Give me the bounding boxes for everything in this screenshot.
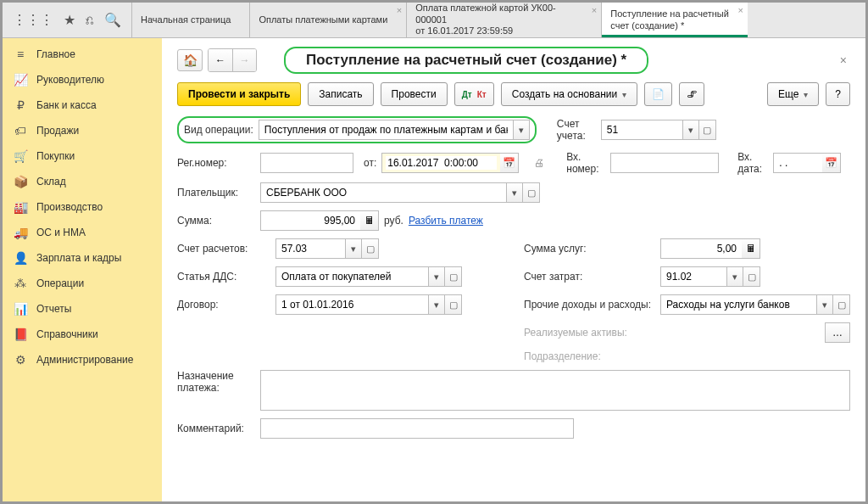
op-type-label: Вид операции: <box>184 124 253 136</box>
contract-dropdown[interactable]: ▾ <box>428 294 445 315</box>
attach-button[interactable]: 🖇 <box>679 82 704 106</box>
sidebar-item-label: Справочники <box>36 328 98 340</box>
favorite-icon[interactable]: ★ <box>64 12 75 28</box>
sidebar-item-manager[interactable]: 📈Руководителю <box>3 67 162 92</box>
division-label: Подразделение: <box>524 350 655 362</box>
close-icon[interactable]: × <box>397 5 402 17</box>
in-no-input[interactable] <box>615 156 715 170</box>
account-label: Счет учета: <box>557 118 596 142</box>
search-icon[interactable]: 🔍 <box>104 12 121 28</box>
home-icon: ≡ <box>13 48 28 61</box>
tag-icon: 🏷 <box>13 124 28 137</box>
sidebar-item-purchases[interactable]: 🛒Покупки <box>3 143 162 169</box>
sidebar-item-admin[interactable]: ⚙Администрирование <box>3 347 162 372</box>
split-payment-link[interactable]: Разбить платеж <box>409 215 483 227</box>
sidebar-item-bank[interactable]: ₽Банк и касса <box>3 92 162 118</box>
in-date-input[interactable] <box>777 156 819 170</box>
other-income-open[interactable]: ▢ <box>833 294 850 315</box>
dds-dropdown[interactable]: ▾ <box>428 266 445 287</box>
tab-home[interactable]: Начальная страница <box>131 3 249 37</box>
close-page-button[interactable]: × <box>837 53 850 67</box>
create-based-on-button[interactable]: Создать на основании▾ <box>501 82 638 106</box>
gear-icon: ⚙ <box>13 353 28 367</box>
account-dropdown[interactable]: ▾ <box>682 120 699 140</box>
back-button[interactable]: ← <box>209 49 232 71</box>
apps-icon[interactable]: ⋮⋮⋮ <box>13 12 53 28</box>
cost-acc-open[interactable]: ▢ <box>743 266 760 287</box>
sidebar-item-label: Продажи <box>36 125 79 137</box>
comment-input[interactable] <box>264 422 570 435</box>
contract-open[interactable]: ▢ <box>445 294 462 315</box>
in-date-label: Вх. дата: <box>737 151 768 175</box>
sidebar-item-reports[interactable]: 📊Отчеты <box>3 296 162 322</box>
dds-open[interactable]: ▢ <box>445 266 462 287</box>
payer-open[interactable]: ▢ <box>523 182 540 203</box>
settle-acc-input[interactable] <box>280 242 342 255</box>
cost-acc-dropdown[interactable]: ▾ <box>726 266 743 287</box>
settle-acc-open[interactable]: ▢ <box>362 238 379 259</box>
contract-input[interactable] <box>280 298 425 311</box>
op-type-input[interactable] <box>263 123 509 137</box>
sidebar-item-main[interactable]: ≡Главное <box>3 42 162 67</box>
close-icon[interactable]: × <box>737 5 743 17</box>
sidebar-item-stock[interactable]: 📦Склад <box>3 169 162 194</box>
topbar: ⋮⋮⋮ ★ ⎌ 🔍 Начальная страница Оплаты плат… <box>3 3 865 38</box>
purpose-textarea[interactable] <box>260 370 850 411</box>
dt-kt-button[interactable]: ДтКт <box>454 82 494 106</box>
reg-no-label: Рег.номер: <box>177 157 255 169</box>
svc-sum-input[interactable] <box>665 242 738 255</box>
sidebar-item-hr[interactable]: 👤Зарплата и кадры <box>3 245 162 271</box>
sidebar-item-label: Банк и касса <box>36 99 97 111</box>
sum-input[interactable] <box>264 214 357 227</box>
tab-sublabel: от 16.01.2017 23:59:59 <box>415 25 582 37</box>
calendar-icon[interactable]: 📅 <box>500 153 519 173</box>
history-icon[interactable]: ⎌ <box>86 13 94 28</box>
more-button[interactable]: Еще▾ <box>767 82 819 106</box>
reg-no-input[interactable] <box>264 156 349 170</box>
forward-button[interactable]: → <box>232 49 256 71</box>
truck-icon: 🚚 <box>13 226 28 239</box>
close-icon[interactable]: × <box>592 5 597 17</box>
in-no-label: Вх. номер: <box>566 151 605 175</box>
sidebar-item-operations[interactable]: ⁂Операции <box>3 271 162 296</box>
dds-input[interactable] <box>280 270 425 283</box>
cost-acc-label: Счет затрат: <box>524 271 655 283</box>
calculator-icon[interactable]: 🖩 <box>360 210 379 231</box>
sidebar-item-label: Операции <box>36 277 84 289</box>
other-income-input[interactable] <box>665 298 813 311</box>
calculator-icon[interactable]: 🖩 <box>742 238 760 259</box>
print-icon[interactable]: 🖨 <box>534 157 544 169</box>
payer-dropdown[interactable]: ▾ <box>506 182 523 203</box>
home-button[interactable]: 🏠 <box>177 49 203 71</box>
assets-select-button[interactable]: … <box>825 322 850 343</box>
post-button[interactable]: Провести <box>381 82 448 106</box>
sidebar-item-sales[interactable]: 🏷Продажи <box>3 118 162 143</box>
tab-card-payments[interactable]: Оплаты платежными картами × <box>249 3 406 37</box>
box-icon: 📦 <box>13 175 28 188</box>
purpose-label: Назначение платежа: <box>177 370 255 394</box>
sidebar-item-assets[interactable]: 🚚ОС и НМА <box>3 220 162 245</box>
sidebar-item-catalogs[interactable]: 📕Справочники <box>3 322 162 347</box>
save-button[interactable]: Записать <box>308 82 373 106</box>
settle-acc-label: Счет расчетов: <box>177 243 270 255</box>
account-open[interactable]: ▢ <box>699 120 716 140</box>
cost-acc-input[interactable] <box>665 270 723 283</box>
help-button[interactable]: ? <box>826 82 850 106</box>
tab-label: Поступление на расчетный <box>610 8 729 20</box>
tab-card-payment-doc[interactable]: Оплата платежной картой УК00-000001 от 1… <box>406 3 601 37</box>
sum-label: Сумма: <box>177 215 255 227</box>
payer-input[interactable] <box>264 186 503 199</box>
settle-acc-dropdown[interactable]: ▾ <box>345 238 362 259</box>
sidebar-item-production[interactable]: 🏭Производство <box>3 194 162 220</box>
contract-label: Договор: <box>177 299 270 311</box>
tab-incoming-bank[interactable]: Поступление на расчетный счет (создание)… <box>601 3 748 37</box>
op-type-dropdown[interactable]: ▾ <box>513 120 530 140</box>
post-and-close-button[interactable]: Провести и закрыть <box>177 82 301 106</box>
calendar-icon[interactable]: 📅 <box>822 153 841 173</box>
date-input[interactable] <box>386 156 497 170</box>
document-icon-button[interactable]: 📄 <box>644 82 672 106</box>
other-income-label: Прочие доходы и расходы: <box>524 299 655 311</box>
svc-sum-label: Сумма услуг: <box>524 243 655 255</box>
other-income-dropdown[interactable]: ▾ <box>816 294 833 315</box>
account-input[interactable] <box>605 123 679 137</box>
